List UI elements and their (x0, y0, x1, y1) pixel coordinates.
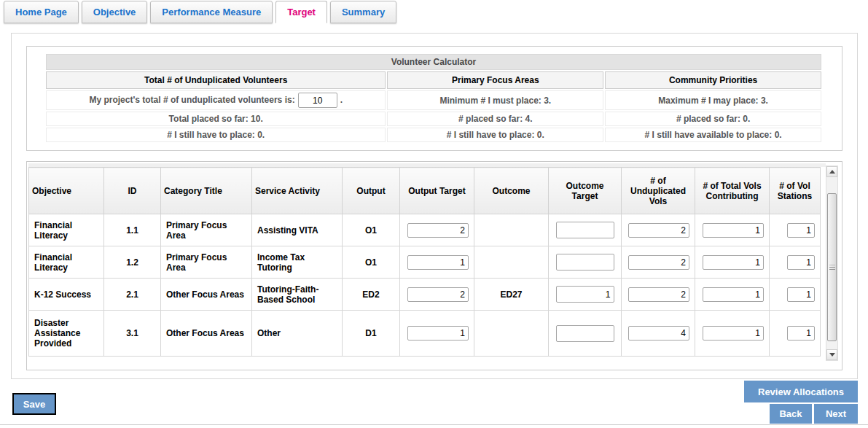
tab-bar: Home Page Objective Performance Measure … (0, 0, 868, 23)
service-cell: Other (252, 311, 343, 357)
total-volunteers-suffix: . (340, 95, 343, 105)
tab-home-page[interactable]: Home Page (4, 1, 79, 23)
unduplicated-vols-input[interactable] (628, 326, 689, 341)
col-header-output-target: Output Target (400, 168, 474, 214)
targets-grid-container: Objective ID Category Title Service Acti… (26, 161, 842, 370)
save-button[interactable]: Save (12, 393, 56, 415)
output-cell: O1 (343, 214, 400, 246)
id-cell: 3.1 (104, 311, 161, 357)
outcome-target-input[interactable] (556, 325, 614, 342)
table-row: Financial Literacy 1.2 Primary Focus Are… (29, 246, 821, 279)
table-header-row: Objective ID Category Title Service Acti… (29, 168, 821, 214)
col-header-id: ID (104, 168, 161, 214)
volunteer-calculator-table: Volunteer Calculator Total # of Unduplic… (44, 52, 823, 144)
output-target-input[interactable] (407, 255, 469, 270)
calculator-title: Volunteer Calculator (46, 54, 821, 70)
id-cell: 1.1 (104, 214, 161, 246)
table-row: K-12 Success 2.1 Other Focus Areas Tutor… (29, 279, 821, 311)
id-cell: 1.2 (104, 246, 161, 279)
community-maximum-cell: Maximum # I may place: 3. (605, 90, 821, 110)
targets-table: Objective ID Category Title Service Acti… (28, 167, 821, 357)
table-row: Disaster Assistance Provided 3.1 Other F… (29, 311, 821, 357)
scroll-down-icon (829, 353, 835, 357)
unduplicated-vols-input[interactable] (628, 287, 689, 302)
review-allocations-button[interactable]: Review Allocations (744, 381, 858, 402)
unduplicated-vols-input[interactable] (628, 255, 689, 270)
unduplicated-vols-input[interactable] (628, 223, 689, 238)
output-target-input[interactable] (407, 287, 469, 302)
output-target-input[interactable] (407, 326, 469, 341)
col-header-service-activity: Service Activity (252, 168, 343, 214)
volunteer-calculator-box: Volunteer Calculator Total # of Unduplic… (26, 46, 842, 151)
tab-target[interactable]: Target (275, 1, 327, 23)
id-cell: 2.1 (104, 279, 161, 311)
target-page-panel: Volunteer Calculator Total # of Unduplic… (11, 33, 858, 379)
vertical-scrollbar[interactable] (826, 166, 838, 361)
primary-remaining-cell: # I still have to place: 0. (387, 128, 603, 142)
col-header-outcome-target: Outcome Target (549, 168, 622, 214)
grid-top-strip (28, 163, 826, 167)
primary-placed-cell: # placed so far: 4. (387, 112, 603, 126)
calc-header-community-priorities: Community Priorities (605, 71, 821, 89)
next-button[interactable]: Next (814, 404, 858, 424)
output-target-input[interactable] (407, 223, 469, 238)
table-row: Financial Literacy 1.1 Primary Focus Are… (29, 214, 821, 246)
output-cell: D1 (343, 311, 400, 357)
community-placed-cell: # placed so far: 0. (605, 112, 821, 126)
calc-total-volunteers-cell: My project's total # of unduplicated vol… (46, 90, 386, 110)
back-button[interactable]: Back (770, 404, 812, 424)
vol-stations-input[interactable] (787, 287, 815, 302)
service-cell: Income Tax Tutoring (252, 246, 343, 279)
service-cell: Assisting VITA (252, 214, 343, 246)
bottom-divider (0, 424, 868, 425)
scroll-up-button[interactable] (826, 166, 837, 177)
total-vols-contributing-input[interactable] (703, 287, 764, 302)
total-vols-contributing-input[interactable] (703, 255, 764, 270)
category-cell: Primary Focus Area (161, 214, 252, 246)
total-remaining-cell: # I still have to place: 0. (46, 128, 386, 142)
objective-cell: Financial Literacy (29, 214, 104, 246)
col-header-total-vols-contributing: # of Total Vols Contributing (695, 168, 770, 214)
tab-objective[interactable]: Objective (82, 1, 148, 23)
objective-cell: Financial Literacy (29, 246, 104, 279)
calc-header-primary-focus: Primary Focus Areas (387, 71, 603, 89)
category-cell: Primary Focus Area (161, 246, 252, 279)
col-header-output: Output (343, 168, 400, 214)
col-header-objective: Objective (29, 168, 104, 214)
vol-stations-input[interactable] (787, 255, 815, 270)
col-header-category-title: Category Title (161, 168, 252, 214)
outcome-cell (474, 246, 549, 279)
primary-minimum-cell: Minimum # I must place: 3. (387, 90, 603, 110)
category-cell: Other Focus Areas (161, 279, 252, 311)
output-cell: ED2 (343, 279, 400, 311)
outcome-target-input[interactable] (556, 222, 614, 238)
outcome-target-input[interactable] (556, 286, 614, 303)
col-header-vol-stations: # of Vol Stations (770, 168, 821, 214)
col-header-outcome: Outcome (474, 168, 549, 214)
calc-header-unduplicated: Total # of Unduplicated Volunteers (46, 71, 386, 89)
total-vols-contributing-input[interactable] (703, 326, 764, 341)
total-placed-cell: Total placed so far: 10. (46, 112, 386, 126)
total-vols-contributing-input[interactable] (703, 223, 764, 238)
community-remaining-cell: # I still have available to place: 0. (605, 128, 821, 142)
tab-summary[interactable]: Summary (330, 1, 396, 23)
output-cell: O1 (343, 246, 400, 279)
outcome-cell: ED27 (474, 279, 549, 311)
total-volunteers-label: My project's total # of unduplicated vol… (89, 95, 294, 105)
scroll-down-button[interactable] (826, 349, 837, 360)
service-cell: Tutoring-Faith-Based School (252, 279, 343, 311)
outcome-target-input[interactable] (556, 254, 614, 271)
objective-cell: Disaster Assistance Provided (29, 311, 104, 357)
tab-performance-measure[interactable]: Performance Measure (150, 1, 273, 23)
total-volunteers-input[interactable] (298, 93, 337, 108)
objective-cell: K-12 Success (29, 279, 104, 311)
outcome-cell (474, 214, 549, 246)
scrollbar-thumb[interactable] (827, 193, 837, 341)
outcome-cell (474, 311, 549, 357)
vol-stations-input[interactable] (787, 326, 815, 341)
category-cell: Other Focus Areas (161, 311, 252, 357)
scrollbar-grip-icon (829, 265, 835, 270)
col-header-unduplicated-vols: # of Unduplicated Vols (622, 168, 695, 214)
scroll-up-icon (829, 170, 835, 174)
vol-stations-input[interactable] (787, 223, 815, 238)
